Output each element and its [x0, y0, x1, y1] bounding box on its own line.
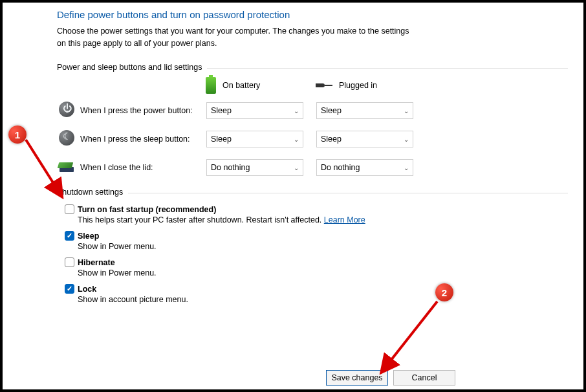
fast-startup-label: Turn on fast startup (recommended) — [78, 205, 216, 214]
hibernate-label: Hibernate — [78, 258, 115, 267]
callout-1: 1 — [8, 125, 27, 144]
fast-startup-row: Turn on fast startup (recommended) This … — [65, 204, 568, 224]
power-button-row: When I press the power button: Sleep⌄ Sl… — [57, 98, 568, 124]
sleep-button-label: When I press the sleep button: — [80, 135, 206, 144]
laptop-lid-icon — [58, 160, 75, 172]
plug-icon — [316, 81, 334, 90]
svg-line-1 — [384, 301, 437, 369]
chevron-down-icon: ⌄ — [294, 164, 299, 171]
chevron-down-icon: ⌄ — [404, 164, 409, 171]
sleep-desc: Show in Power menu. — [78, 242, 568, 251]
chevron-down-icon: ⌄ — [294, 107, 299, 114]
chevron-down-icon: ⌄ — [294, 135, 299, 142]
power-icon — [59, 102, 74, 117]
lock-checkbox[interactable] — [65, 284, 74, 294]
lock-desc: Show in account picture menu. — [78, 295, 568, 304]
page-desc: Choose the power settings that you want … — [57, 25, 419, 50]
fast-startup-desc: This helps start your PC faster after sh… — [78, 215, 324, 224]
plugged-in-label: Plugged in — [339, 81, 377, 90]
column-headers: On battery Plugged in — [57, 77, 568, 94]
lid-label: When I close the lid: — [80, 163, 206, 172]
hibernate-row: Hibernate Show in Power menu. — [65, 257, 568, 278]
power-section-header: Power and sleep buttons and lid settings — [57, 63, 568, 73]
sleep-label: Sleep — [78, 232, 99, 241]
page-title: Define power buttons and turn on passwor… — [57, 9, 568, 20]
lock-row: Lock Show in account picture menu. — [65, 284, 568, 304]
hibernate-desc: Show in Power menu. — [78, 268, 568, 278]
sleep-plugged-select[interactable]: Sleep⌄ — [316, 131, 413, 147]
sleep-row: Sleep Show in Power menu. — [65, 231, 568, 251]
on-battery-label: On battery — [222, 81, 260, 90]
lid-row: When I close the lid: Do nothing⌄ Do not… — [57, 155, 568, 180]
save-changes-button[interactable]: Save changes — [326, 370, 388, 386]
fast-startup-checkbox[interactable] — [65, 204, 74, 214]
lid-plugged-select[interactable]: Do nothing⌄ — [316, 159, 413, 176]
power-button-label: When I press the power button: — [80, 106, 206, 115]
sleep-checkbox[interactable] — [65, 231, 74, 241]
sleep-battery-select[interactable]: Sleep⌄ — [206, 131, 303, 147]
chevron-down-icon: ⌄ — [404, 135, 409, 142]
hibernate-checkbox[interactable] — [65, 257, 74, 267]
shutdown-section-header: Shutdown settings — [57, 188, 568, 198]
window-frame: Define power buttons and turn on passwor… — [0, 0, 586, 392]
lid-battery-select[interactable]: Do nothing⌄ — [206, 159, 303, 176]
battery-icon — [206, 77, 216, 94]
power-battery-select[interactable]: Sleep⌄ — [206, 102, 303, 119]
moon-icon — [59, 130, 74, 146]
callout-2: 2 — [435, 283, 453, 301]
sleep-button-row: When I press the sleep button: Sleep⌄ Sl… — [57, 126, 568, 152]
learn-more-link[interactable]: Learn More — [324, 215, 365, 224]
lock-label: Lock — [78, 285, 96, 294]
svg-line-0 — [26, 140, 60, 193]
power-plugged-select[interactable]: Sleep⌄ — [316, 102, 413, 119]
cancel-button[interactable]: Cancel — [393, 370, 455, 386]
chevron-down-icon: ⌄ — [404, 107, 409, 114]
